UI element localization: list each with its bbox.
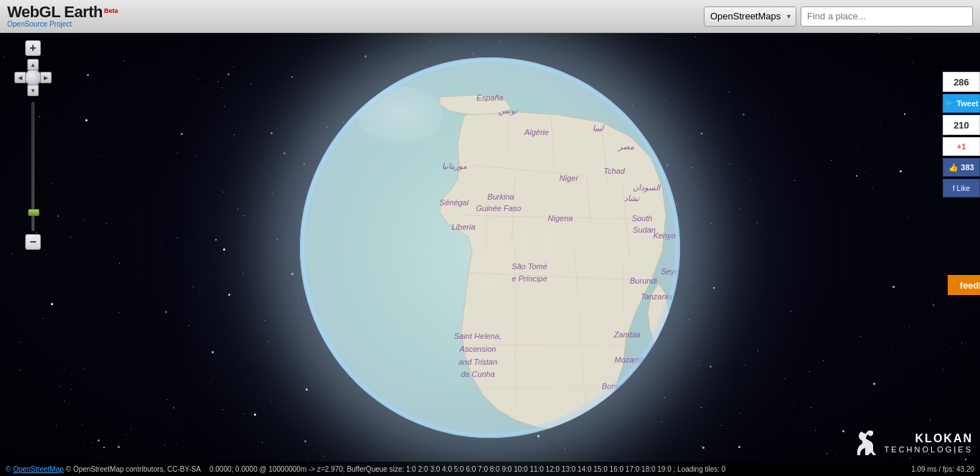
svg-text:España: España	[476, 93, 503, 102]
nav-left-button[interactable]: ◀	[14, 72, 26, 83]
zoom-controls: + ▲ ▼ ◀ ▶ −	[14, 40, 52, 250]
twitter-icon: 🐦	[944, 99, 954, 108]
header-right: OpenStreetMaps Satellite Terrain	[704, 6, 973, 27]
nav-up-button[interactable]: ▲	[27, 59, 39, 70]
zoom-slider-track[interactable]	[32, 102, 34, 231]
logo-area: WebGL EarthBeta OpenSource Project	[7, 4, 118, 28]
like-button[interactable]: 👍 383	[943, 158, 980, 177]
klokan-line1: KLOKAN	[915, 432, 973, 445]
coords-text: 0.0000; 0.0000 @ 10000000m -> z=2.970; B…	[209, 465, 725, 473]
zoom-slider-thumb[interactable]	[28, 209, 39, 216]
performance-text: 1.09 ms / fps: 43.20	[911, 465, 974, 473]
facebook-like-label: f Like	[953, 185, 970, 192]
osm-link[interactable]: OpenStreetMap	[13, 465, 64, 473]
feedback-button[interactable]: feedback	[948, 275, 980, 295]
svg-point-50	[870, 431, 873, 434]
map-selector-wrapper: OpenStreetMaps Satellite Terrain	[704, 6, 796, 27]
nav-compass: ▲ ▼ ◀ ▶	[14, 59, 52, 96]
svg-text:Nigeria: Nigeria	[548, 214, 573, 223]
svg-text:South: South	[632, 214, 653, 223]
globe-svg: España Algérie ليبيا Niger Tchad السودان…	[300, 57, 680, 438]
svg-text:ليبيا: ليبيا	[593, 123, 605, 132]
svg-text:Zambia: Zambia	[613, 330, 641, 339]
svg-text:مصر: مصر	[617, 142, 634, 151]
attribution-text: © OpenStreetMap contributors, CC-BY-SA	[66, 465, 201, 473]
klokan-logo: KLOKAN TECHNOLOGIES	[844, 428, 973, 458]
statusbar: © OpenStreetMap © OpenStreetMap contribu…	[0, 462, 980, 476]
opensource-link[interactable]: OpenSource Project	[7, 21, 118, 28]
globe-container: España Algérie ليبيا Niger Tchad السودان…	[0, 33, 980, 462]
svg-text:Sudan: Sudan	[633, 225, 656, 234]
svg-text:da Cunha: da Cunha	[461, 370, 495, 378]
header: WebGL EarthBeta OpenSource Project OpenS…	[0, 0, 980, 33]
svg-text:Liberia: Liberia	[451, 223, 475, 231]
svg-text:تونس: تونس	[499, 106, 519, 116]
kangaroo-icon	[844, 428, 880, 458]
svg-text:Saint Helena,: Saint Helena,	[454, 332, 501, 340]
zoom-minus-button[interactable]: −	[25, 234, 41, 250]
nav-right-button[interactable]: ▶	[40, 72, 52, 83]
nav-down-button[interactable]: ▼	[27, 85, 39, 96]
svg-text:Algérie: Algérie	[524, 128, 549, 136]
social-sidebar: 286 🐦 Tweet 210 +1 👍 383 f Like	[943, 72, 980, 199]
gplus-label: +1	[957, 142, 966, 151]
facebook-like-button[interactable]: f Like	[943, 179, 980, 197]
globe[interactable]: España Algérie ليبيا Niger Tchad السودان…	[300, 57, 680, 438]
svg-text:Kenya: Kenya	[653, 231, 675, 240]
gplus-button[interactable]: +1	[943, 137, 980, 156]
svg-text:Burkina: Burkina	[487, 192, 514, 201]
svg-text:Burundi: Burundi	[630, 276, 657, 285]
beta-badge: Beta	[104, 7, 118, 14]
find-place-input[interactable]	[801, 6, 973, 27]
svg-text:Tchad: Tchad	[603, 167, 625, 175]
gplus-count: 210	[943, 115, 980, 135]
svg-text:e Príncipe: e Príncipe	[512, 274, 547, 283]
svg-text:موريتانيا: موريتانيا	[442, 162, 467, 171]
svg-text:السودان: السودان	[633, 183, 661, 192]
svg-text:Sénégal: Sénégal	[440, 198, 469, 207]
tweet-label: Tweet	[956, 99, 978, 108]
svg-text:and Tristan: and Tristan	[458, 358, 497, 366]
klokan-line2: TECHNOLOGIES	[885, 445, 973, 454]
svg-text:Guinée Faso: Guinée Faso	[476, 204, 522, 213]
nav-center-button[interactable]	[24, 69, 42, 86]
svg-text:Ascension: Ascension	[459, 345, 496, 353]
svg-text:São Tomé: São Tomé	[512, 262, 547, 271]
map-selector[interactable]: OpenStreetMaps Satellite Terrain	[704, 6, 796, 27]
tweet-count: 286	[943, 72, 980, 92]
svg-text:تشاد: تشاد	[624, 194, 641, 202]
svg-text:Lesotho: Lesotho	[610, 405, 638, 414]
like-icon: 👍	[948, 163, 958, 172]
app-title: WebGL Earth	[7, 3, 103, 21]
zoom-plus-button[interactable]: +	[25, 40, 41, 56]
attribution[interactable]: © OpenStreetMap	[6, 465, 64, 473]
tweet-button[interactable]: 🐦 Tweet	[943, 94, 980, 113]
klokan-text: KLOKAN TECHNOLOGIES	[885, 432, 973, 454]
svg-text:Niger: Niger	[560, 174, 580, 182]
like-count: 383	[961, 163, 974, 172]
